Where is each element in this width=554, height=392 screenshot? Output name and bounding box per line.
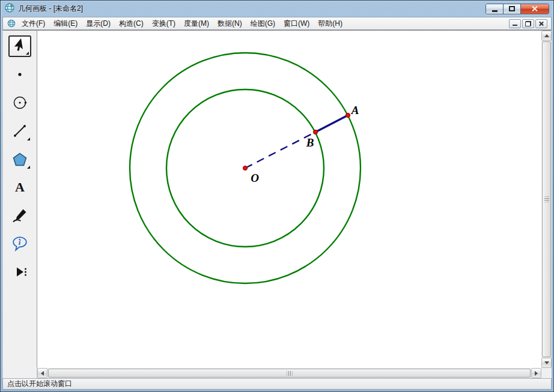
tool-marker[interactable] bbox=[8, 205, 31, 226]
geometry-svg: OBA bbox=[37, 31, 541, 368]
information-tool-icon: i bbox=[11, 235, 28, 252]
app-window: 几何画板 - [未命名2] 文件(F) 编辑(E) 显示(D) 构造(C) 变换 bbox=[0, 0, 554, 392]
menu-bar: 文件(F) 编辑(E) 显示(D) 构造(C) 变换(T) 度量(M) 数据(N… bbox=[2, 17, 552, 30]
document-icon[interactable] bbox=[7, 19, 16, 28]
circle-tool-icon bbox=[11, 94, 28, 111]
tool-text[interactable]: A bbox=[8, 176, 31, 198]
scroll-left-button[interactable] bbox=[37, 368, 47, 378]
arrow-down-icon bbox=[544, 361, 549, 367]
menu-item-display[interactable]: 显示(D) bbox=[82, 17, 115, 30]
flyout-indicator-icon bbox=[26, 52, 29, 55]
point-B[interactable] bbox=[313, 130, 317, 134]
point-label-B[interactable]: B bbox=[306, 136, 314, 149]
segment-tool-icon bbox=[11, 122, 28, 139]
window-controls bbox=[486, 4, 549, 14]
menu-item-edit[interactable]: 编辑(E) bbox=[49, 17, 82, 30]
minimize-icon bbox=[513, 25, 517, 26]
menu-item-measure[interactable]: 度量(M) bbox=[180, 17, 213, 30]
custom-tool-icon bbox=[11, 264, 28, 280]
arrow-up-icon bbox=[544, 32, 549, 37]
app-icon bbox=[5, 3, 14, 15]
maximize-button[interactable] bbox=[504, 4, 521, 14]
minimize-button[interactable] bbox=[486, 4, 504, 14]
marker-tool-icon bbox=[11, 207, 28, 224]
toolbox-footer bbox=[2, 368, 37, 378]
mdi-minimize-button[interactable] bbox=[509, 19, 521, 28]
scroll-right-button[interactable] bbox=[531, 368, 541, 378]
menu-item-transform[interactable]: 变换(T) bbox=[148, 17, 180, 30]
segment-OB[interactable] bbox=[245, 132, 315, 168]
title-bar[interactable]: 几何画板 - [未命名2] bbox=[1, 1, 553, 17]
horizontal-scrollbar-row bbox=[2, 368, 552, 378]
point-tool-icon bbox=[11, 66, 28, 83]
window-title: 几何画板 - [未命名2] bbox=[18, 4, 83, 14]
point-label-A[interactable]: A bbox=[351, 104, 359, 116]
vertical-scroll-track[interactable] bbox=[541, 41, 552, 358]
menu-item-construct[interactable]: 构造(C) bbox=[115, 17, 148, 30]
polygon-tool-icon bbox=[11, 151, 28, 167]
text-tool-icon: A bbox=[15, 179, 25, 195]
horizontal-scroll-thumb[interactable] bbox=[48, 369, 531, 378]
menu-item-file[interactable]: 文件(F) bbox=[17, 17, 49, 30]
point-O[interactable] bbox=[243, 166, 247, 170]
tool-point[interactable] bbox=[8, 64, 31, 85]
tool-polygon[interactable] bbox=[8, 148, 31, 170]
arrow-left-icon bbox=[38, 371, 44, 376]
mdi-window-controls bbox=[509, 19, 549, 28]
tool-custom[interactable] bbox=[8, 261, 31, 283]
horizontal-scroll-track[interactable] bbox=[47, 368, 531, 378]
status-text: 点击以开始滚动窗口 bbox=[7, 379, 72, 389]
arrow-right-icon bbox=[535, 371, 540, 376]
tool-segment[interactable] bbox=[8, 120, 31, 142]
mdi-close-button[interactable] bbox=[535, 19, 547, 28]
client-area: A i bbox=[2, 30, 552, 368]
menu-item-graph[interactable]: 绘图(G) bbox=[246, 17, 279, 30]
tool-selection-arrow[interactable] bbox=[8, 35, 31, 57]
minimize-icon bbox=[492, 10, 498, 12]
point-label-O[interactable]: O bbox=[251, 172, 259, 184]
sketch-canvas[interactable]: OBA bbox=[37, 30, 541, 368]
flyout-indicator-icon bbox=[27, 166, 30, 169]
segment-BA[interactable] bbox=[315, 115, 348, 132]
status-bar: 点击以开始滚动窗口 bbox=[2, 378, 552, 390]
menu-item-data[interactable]: 数据(N) bbox=[213, 17, 246, 30]
thumb-grip-icon bbox=[287, 371, 292, 376]
menu-item-window[interactable]: 窗口(W) bbox=[279, 17, 314, 30]
vertical-scrollbar[interactable] bbox=[541, 30, 552, 368]
scroll-up-button[interactable] bbox=[541, 31, 552, 41]
restore-icon bbox=[525, 21, 531, 26]
toolbox: A i bbox=[2, 30, 37, 368]
flyout-indicator-icon bbox=[27, 137, 30, 140]
point-A[interactable] bbox=[345, 113, 350, 117]
thumb-grip-icon bbox=[544, 197, 549, 202]
tool-information[interactable]: i bbox=[8, 233, 31, 255]
horizontal-scrollbar[interactable] bbox=[37, 368, 541, 378]
tool-circle[interactable] bbox=[8, 92, 31, 113]
close-button[interactable] bbox=[521, 4, 549, 14]
close-icon bbox=[532, 5, 538, 12]
mdi-restore-button[interactable] bbox=[522, 19, 534, 28]
menu-item-help[interactable]: 帮助(H) bbox=[314, 17, 347, 30]
scrollbar-corner bbox=[541, 368, 552, 378]
maximize-icon bbox=[509, 6, 515, 11]
scroll-down-button[interactable] bbox=[541, 358, 552, 368]
vertical-scroll-thumb[interactable] bbox=[542, 41, 551, 357]
close-icon bbox=[539, 21, 544, 26]
